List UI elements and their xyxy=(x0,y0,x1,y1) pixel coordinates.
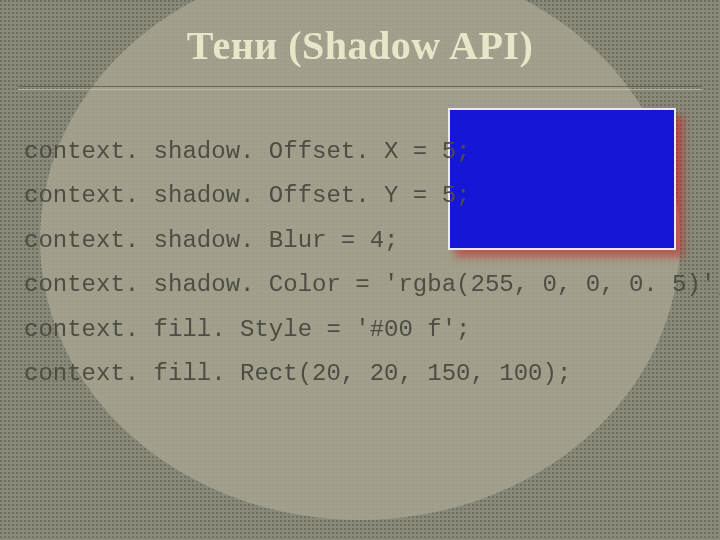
code-line: context. shadow. Color = 'rgba(255, 0, 0… xyxy=(24,263,700,307)
code-line: context. shadow. Offset. X = 5; xyxy=(24,130,700,174)
code-line: context. fill. Rect(20, 20, 150, 100); xyxy=(24,352,700,396)
code-line: context. shadow. Offset. Y = 5; xyxy=(24,174,700,218)
code-line: context. shadow. Blur = 4; xyxy=(24,219,700,263)
slide-content: Тени (Shadow API) context. shadow. Offse… xyxy=(0,0,720,540)
code-line: context. fill. Style = '#00 f'; xyxy=(24,308,700,352)
code-block: context. shadow. Offset. X = 5; context.… xyxy=(24,130,700,396)
title-divider xyxy=(18,86,702,90)
slide-title: Тени (Shadow API) xyxy=(20,22,700,69)
